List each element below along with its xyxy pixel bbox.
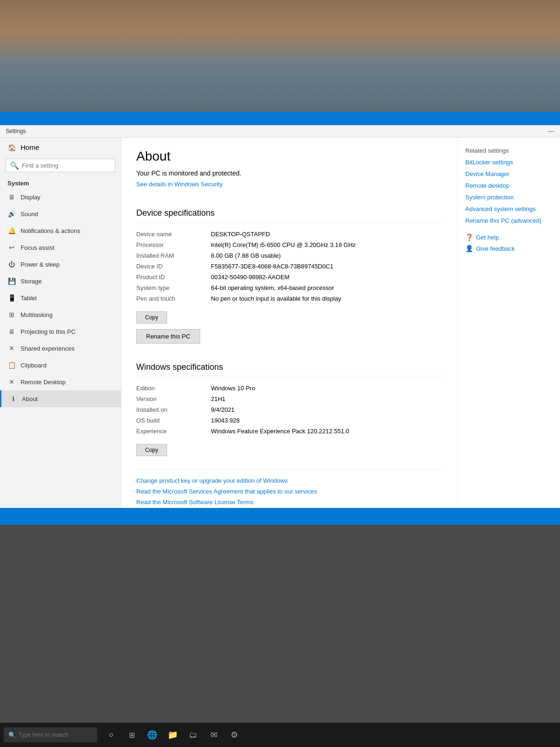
taskbar-search-icon: 🔍 [8, 732, 16, 739]
advanced-system-link[interactable]: Advanced system settings [465, 205, 553, 212]
settings-window: Settings — 🏠 Home 🔍 System 🖥 Display [0, 125, 560, 508]
system-label: System [0, 176, 121, 189]
sidebar-item-shared-label: Shared experiences [21, 345, 75, 352]
blue-bar-bottom [0, 508, 560, 525]
device-manager-link[interactable]: Device Manager [465, 170, 553, 177]
windows-security-link[interactable]: See details in Windows Security [136, 181, 223, 188]
sidebar-item-about[interactable]: ℹ About [0, 390, 121, 407]
spec-row-device-name: Device name DESKTOP-QSTAPFD [136, 229, 442, 240]
spec-value-device-name: DESKTOP-QSTAPFD [211, 229, 442, 240]
spec-value-product-id: 00342-50490-98982-AAOEM [211, 272, 442, 282]
software-license-link[interactable]: Read the Microsoft Software License Term… [136, 499, 442, 506]
microsoft-services-link[interactable]: Read the Microsoft Services Agreement th… [136, 488, 442, 495]
sidebar-item-clipboard[interactable]: 📋 Clipboard [0, 357, 121, 374]
taskbar-mail-icon[interactable]: ✉ [205, 726, 222, 743]
divider [136, 469, 442, 470]
title-bar-controls: — [548, 128, 554, 134]
search-icon: 🔍 [10, 161, 19, 170]
spec-row-product-id: Product ID 00342-50490-98982-AAOEM [136, 272, 442, 282]
spec-value-system-type: 64-bit operating system, x64-based proce… [211, 282, 442, 293]
spec-label-system-type: System type [136, 282, 211, 293]
sidebar-item-home[interactable]: 🏠 Home [0, 138, 121, 157]
storage-icon: 💾 [7, 277, 16, 285]
spec-value-ram: 8.00 GB (7.88 GB usable) [211, 250, 442, 261]
sidebar-item-tablet[interactable]: 📱 Tablet [0, 289, 121, 306]
winspec-value-installed: 9/4/2021 [211, 404, 442, 415]
windows-copy-button[interactable]: Copy [136, 444, 167, 456]
display-icon: 🖥 [7, 193, 16, 201]
page-title: About [136, 149, 442, 164]
spec-row-system-type: System type 64-bit operating system, x64… [136, 282, 442, 293]
sidebar-item-display-label: Display [21, 194, 41, 201]
taskbar-task-view[interactable]: ⊞ [123, 726, 140, 743]
sidebar-item-about-label: About [22, 395, 38, 402]
sidebar-item-storage[interactable]: 💾 Storage [0, 273, 121, 289]
sidebar-item-remote-label: Remote Desktop [21, 379, 66, 386]
sidebar-item-projecting[interactable]: 🖥 Projecting to this PC [0, 323, 121, 340]
sidebar-item-multitasking[interactable]: ⊞ Multitasking [0, 306, 121, 323]
bitlocker-link[interactable]: BitLocker settings [465, 159, 553, 166]
taskbar-icons: ○ ⊞ 🌐 📁 🗂 ✉ ⚙ [103, 726, 243, 743]
sidebar-item-projecting-label: Projecting to this PC [21, 328, 76, 335]
device-specs-table: Device name DESKTOP-QSTAPFD Processor In… [136, 229, 442, 304]
taskbar: 🔍 ○ ⊞ 🌐 📁 🗂 ✉ ⚙ [0, 723, 560, 747]
minimize-button[interactable]: — [548, 128, 554, 134]
give-feedback-link[interactable]: Give feedback [476, 245, 515, 252]
winspec-row-experience: Experience Windows Feature Experience Pa… [136, 426, 442, 437]
sidebar-item-focus[interactable]: ↩ Focus assist [0, 239, 121, 256]
rename-pc-advanced-link[interactable]: Rename this PC (advanced) [465, 217, 553, 224]
taskbar-search-input[interactable] [19, 732, 92, 738]
taskbar-files-icon[interactable]: 📁 [164, 726, 181, 743]
sidebar-item-shared[interactable]: ✕ Shared experiences [0, 340, 121, 357]
spec-label-pen-touch: Pen and touch [136, 293, 211, 304]
taskbar-settings-icon[interactable]: ⚙ [226, 726, 243, 743]
spec-row-device-id: Device ID F5835677-3DE8-4068-8AC8-73B897… [136, 261, 442, 272]
sidebar-item-sound[interactable]: 🔊 Sound [0, 205, 121, 222]
sidebar-item-power[interactable]: ⏻ Power & sleep [0, 256, 121, 273]
rename-pc-button[interactable]: Rename this PC [136, 329, 200, 344]
tablet-icon: 📱 [7, 294, 16, 302]
sidebar-item-storage-label: Storage [21, 278, 42, 285]
remote-desktop-link[interactable]: Remote desktop [465, 182, 553, 189]
photo-area [0, 0, 560, 112]
sidebar-item-remote[interactable]: ✕ Remote Desktop [0, 374, 121, 390]
sidebar-item-notifications-label: Notifications & actions [21, 227, 80, 234]
get-help-link[interactable]: Get help [476, 234, 499, 241]
spec-label-device-name: Device name [136, 229, 211, 240]
remote-icon: ✕ [7, 378, 16, 386]
search-input[interactable] [22, 162, 111, 169]
system-protection-link[interactable]: System protection [465, 194, 553, 201]
spec-value-pen-touch: No pen or touch input is available for t… [211, 293, 442, 304]
winspec-label-version: Version [136, 394, 211, 404]
settings-body: 🏠 Home 🔍 System 🖥 Display 🔊 Sound 🔔 Noti… [0, 138, 560, 508]
sidebar: 🏠 Home 🔍 System 🖥 Display 🔊 Sound 🔔 Noti… [0, 138, 121, 508]
spec-label-ram: Installed RAM [136, 250, 211, 261]
give-feedback-item[interactable]: 👤 Give feedback [465, 245, 553, 252]
get-help-item[interactable]: ❓ Get help [465, 233, 553, 241]
sidebar-item-notifications[interactable]: 🔔 Notifications & actions [0, 222, 121, 239]
spec-label-processor: Processor [136, 240, 211, 250]
taskbar-edge-icon[interactable]: 🌐 [144, 726, 161, 743]
sidebar-item-tablet-label: Tablet [21, 295, 37, 302]
window-title: Settings [6, 128, 26, 134]
search-box[interactable]: 🔍 [6, 159, 115, 172]
shared-icon: ✕ [7, 345, 16, 352]
related-settings-label: Related settings [465, 147, 553, 154]
winspec-label-osbuild: OS build [136, 415, 211, 426]
blue-bar-top [0, 112, 560, 125]
change-product-key-link[interactable]: Change product key or upgrade your editi… [136, 477, 442, 484]
right-panel: Related settings BitLocker settings Devi… [457, 138, 560, 508]
about-icon: ℹ [9, 395, 17, 402]
title-bar: Settings — [0, 125, 560, 138]
spec-row-pen-touch: Pen and touch No pen or touch input is a… [136, 293, 442, 304]
sound-icon: 🔊 [7, 210, 16, 218]
main-content: About Your PC is monitored and protected… [121, 138, 457, 508]
device-copy-button[interactable]: Copy [136, 311, 167, 324]
spec-value-processor: Intel(R) Core(TM) i5-6500 CPU @ 3.20GHz … [211, 240, 442, 250]
sidebar-item-display[interactable]: 🖥 Display [0, 189, 121, 205]
taskbar-store-icon[interactable]: 🗂 [185, 726, 202, 743]
taskbar-start-btn[interactable]: ○ [103, 726, 119, 743]
taskbar-search-box[interactable]: 🔍 [4, 727, 97, 742]
winspec-row-installed: Installed on 9/4/2021 [136, 404, 442, 415]
winspec-value-experience: Windows Feature Experience Pack 120.2212… [211, 426, 442, 437]
